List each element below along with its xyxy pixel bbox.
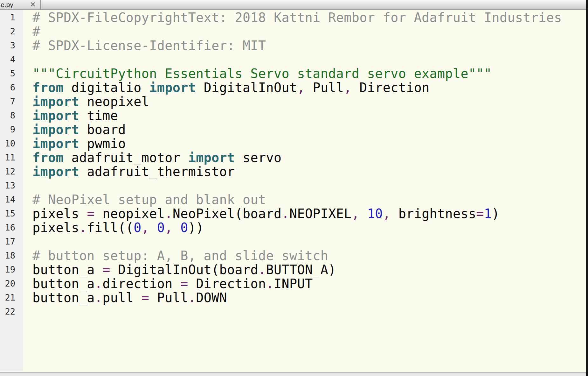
code-line[interactable]: button_a = DigitalInOut(board.BUTTON_A) <box>32 263 588 277</box>
code-line[interactable]: # button setup: A, B, and slide switch <box>32 249 588 263</box>
token-comment: # <box>32 24 40 39</box>
line-number: 2 <box>0 25 23 39</box>
token-comment: # NeoPixel setup and blank out <box>32 192 266 207</box>
token-plain: adafruit_motor <box>64 150 188 165</box>
line-number: 18 <box>0 249 23 263</box>
token-plain: ) <box>492 206 499 221</box>
horizontal-scrollbar-track[interactable] <box>0 372 588 376</box>
token-plain <box>149 220 157 235</box>
code-area[interactable]: # SPDX-FileCopyrightText: 2018 Kattni Re… <box>23 10 588 371</box>
line-number: 11 <box>0 151 23 165</box>
code-line[interactable]: button_a.direction = Direction.INPUT <box>32 277 588 291</box>
line-number: 21 <box>0 291 23 305</box>
token-op: = <box>142 290 149 305</box>
line-number: 20 <box>0 277 23 291</box>
token-keyword: from <box>32 150 64 165</box>
line-number: 10 <box>0 137 23 151</box>
code-line[interactable]: # <box>32 25 588 39</box>
token-op: , <box>297 80 305 95</box>
token-op: = <box>87 206 94 221</box>
line-number-gutter: 12345678910111213141516171819202122 <box>0 10 23 371</box>
token-keyword: from <box>32 80 64 95</box>
code-line[interactable]: pixels.fill((0, 0, 0)) <box>32 221 588 235</box>
line-number: 13 <box>0 179 23 193</box>
token-plain: direction <box>102 276 180 291</box>
token-num: 1 <box>484 206 492 221</box>
token-plain: DigitalInOut(board <box>110 262 258 277</box>
token-num: 0 <box>157 220 165 235</box>
token-plain: BUTTON_A) <box>266 262 336 277</box>
line-number: 6 <box>0 81 23 95</box>
token-plain: NeoPixel(board <box>173 206 282 221</box>
line-number: 4 <box>0 53 23 67</box>
line-number: 14 <box>0 193 23 207</box>
token-plain <box>173 220 180 235</box>
code-line[interactable]: # SPDX-FileCopyrightText: 2018 Kattni Re… <box>32 11 588 25</box>
token-plain: Pull <box>149 290 188 305</box>
token-op: . <box>188 290 196 305</box>
line-number: 12 <box>0 165 23 179</box>
code-line[interactable] <box>32 53 588 67</box>
token-plain: NEOPIXEL <box>289 206 352 221</box>
token-op: . <box>258 262 266 277</box>
line-number: 15 <box>0 207 23 221</box>
tab-bar: e.py ✕ <box>0 0 588 10</box>
token-op: . <box>95 276 102 291</box>
code-line[interactable]: import pwmio <box>32 137 588 151</box>
code-line[interactable]: import time <box>32 109 588 123</box>
token-op: = <box>476 206 484 221</box>
line-number: 9 <box>0 123 23 137</box>
close-icon[interactable]: ✕ <box>30 1 36 8</box>
code-line[interactable]: """CircuitPython Essentials Servo standa… <box>32 67 588 81</box>
code-line[interactable]: import board <box>32 123 588 137</box>
token-num: 10 <box>367 206 383 221</box>
line-number: 16 <box>0 221 23 235</box>
line-number: 22 <box>0 305 23 319</box>
token-num: 0 <box>180 220 188 235</box>
token-plain: )) <box>188 220 204 235</box>
code-line[interactable] <box>32 179 588 193</box>
code-line[interactable]: from adafruit_motor import servo <box>32 151 588 165</box>
line-number: 17 <box>0 235 23 249</box>
code-editor[interactable]: 12345678910111213141516171819202122 # SP… <box>0 10 588 371</box>
token-plain: DigitalInOut <box>196 80 297 95</box>
token-plain: board <box>79 122 126 137</box>
token-keyword: import <box>32 108 79 123</box>
code-line[interactable]: # SPDX-License-Identifier: MIT <box>32 39 588 53</box>
token-plain: Pull <box>305 80 344 95</box>
token-plain: neopixel <box>79 94 149 109</box>
token-op: , <box>383 206 391 221</box>
token-string: """CircuitPython Essentials Servo standa… <box>32 66 492 81</box>
token-comment: # SPDX-FileCopyrightText: 2018 Kattni Re… <box>32 10 562 25</box>
token-plain: Direction <box>188 276 266 291</box>
code-line[interactable]: from digitalio import DigitalInOut, Pull… <box>32 81 588 95</box>
token-plain <box>359 206 367 221</box>
line-number: 1 <box>0 11 23 25</box>
token-keyword: import <box>32 122 79 137</box>
token-plain: button_a <box>32 276 95 291</box>
code-line[interactable] <box>32 235 588 249</box>
token-plain: brightness <box>391 206 476 221</box>
token-plain: adafruit_thermistor <box>79 164 235 179</box>
token-keyword: import <box>32 94 79 109</box>
code-line[interactable]: import neopixel <box>32 95 588 109</box>
window-right-border <box>586 0 588 376</box>
code-line[interactable]: # NeoPixel setup and blank out <box>32 193 588 207</box>
code-line[interactable]: pixels = neopixel.NeoPixel(board.NEOPIXE… <box>32 207 588 221</box>
token-plain: Direction <box>352 80 430 95</box>
token-op: . <box>266 276 273 291</box>
line-number: 5 <box>0 67 23 81</box>
token-op: , <box>142 220 149 235</box>
token-plain: pixels <box>32 220 79 235</box>
token-plain: digitalio <box>64 80 149 95</box>
token-plain: neopixel <box>95 206 165 221</box>
token-plain: pull <box>102 290 141 305</box>
token-comment: # SPDX-License-Identifier: MIT <box>32 38 266 53</box>
code-line[interactable]: import adafruit_thermistor <box>32 165 588 179</box>
token-plain: pwmio <box>79 136 126 151</box>
token-op: . <box>165 206 172 221</box>
code-line[interactable]: button_a.pull = Pull.DOWN <box>32 291 588 305</box>
tab-file[interactable]: e.py ✕ <box>0 0 41 9</box>
token-plain: button_a <box>32 290 95 305</box>
code-line[interactable] <box>32 305 588 319</box>
